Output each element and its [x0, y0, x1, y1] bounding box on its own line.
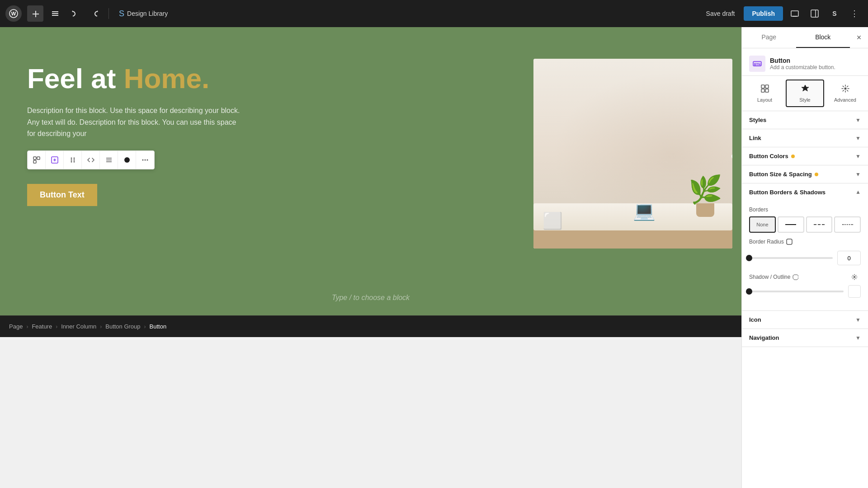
section-button-borders-header[interactable]: Button Borders & Shadows ▼: [742, 183, 868, 201]
breadcrumb-button[interactable]: Button: [150, 323, 167, 330]
sidebar: Page Block × BTN Button Add a customizab…: [741, 27, 868, 488]
style-tab-advanced[interactable]: Advanced: [826, 80, 864, 107]
storybook-button[interactable]: S: [826, 5, 843, 22]
section-icon-header[interactable]: Icon ▼: [742, 311, 868, 328]
svg-point-19: [124, 157, 130, 163]
wp-logo-icon[interactable]: W: [5, 5, 22, 22]
section-button-colors: Button Colors ▼: [742, 147, 868, 165]
sidebar-close-button[interactable]: ×: [850, 28, 868, 47]
border-radius-value[interactable]: 0: [837, 251, 861, 265]
room-image-inner: 💻 ⬜ 🌿: [533, 59, 732, 249]
section-navigation-chevron: ▼: [855, 335, 861, 341]
section-styles-chevron: ▼: [855, 117, 861, 123]
breadcrumb-page[interactable]: Page: [9, 323, 23, 330]
border-radius-label: Border Radius: [749, 238, 861, 245]
border-radius-slider-thumb[interactable]: [746, 255, 752, 261]
style-tab-style[interactable]: Style: [786, 80, 824, 107]
selection-handle[interactable]: [731, 154, 732, 159]
design-library-button[interactable]: S Design Library: [114, 6, 172, 21]
section-button-colors-title: Button Colors: [749, 153, 795, 160]
view-button[interactable]: [787, 5, 803, 22]
more-options-button[interactable]: ⋮: [846, 5, 863, 22]
undo-button[interactable]: [67, 5, 83, 22]
shadow-settings-button[interactable]: [848, 271, 861, 283]
heading-text-normal: Feel at: [27, 63, 124, 94]
block-tool-align[interactable]: [100, 151, 118, 169]
section-link-header[interactable]: Link ▼: [742, 129, 868, 147]
shadow-slider-track: [749, 291, 844, 292]
svg-point-12: [71, 159, 72, 160]
layout-icon: [760, 84, 769, 95]
style-tabs: Layout Style Advanced: [742, 76, 868, 111]
main-toolbar: W S Design Library Save draft Publish: [0, 0, 868, 27]
block-tool-more[interactable]: [136, 151, 154, 169]
border-option-dotted[interactable]: [834, 216, 861, 233]
section-styles-header[interactable]: Styles ▼: [742, 111, 868, 129]
button-text-element[interactable]: Button Text: [27, 184, 97, 206]
section-navigation-title: Navigation: [749, 334, 779, 341]
section-navigation-header[interactable]: Navigation ▼: [742, 329, 868, 347]
breadcrumb-inner-column[interactable]: Inner Column: [61, 323, 96, 330]
border-option-solid[interactable]: [778, 216, 804, 233]
border-option-none[interactable]: None: [749, 216, 776, 233]
breadcrumb-feature[interactable]: Feature: [32, 323, 52, 330]
border-line-dotted: [842, 224, 853, 225]
section-button-size-header[interactable]: Button Size & Spacing ▼: [742, 165, 868, 183]
main-layout: Feel at Home. Description for this block…: [0, 27, 868, 488]
border-radius-slider[interactable]: [749, 257, 833, 259]
button-size-dot: [815, 173, 818, 176]
publish-button[interactable]: Publish: [744, 6, 783, 21]
svg-point-22: [147, 159, 148, 160]
svg-rect-25: [761, 85, 764, 88]
block-name: Button: [770, 57, 835, 64]
block-tool-parent[interactable]: [46, 151, 64, 169]
panel-button[interactable]: [807, 5, 823, 22]
shadow-icon: [792, 274, 798, 280]
section-icon-title: Icon: [749, 316, 761, 323]
canvas-area[interactable]: Feel at Home. Description for this block…: [0, 27, 741, 488]
style-icon: [801, 84, 810, 95]
block-tool-code[interactable]: [82, 151, 100, 169]
section-button-colors-header[interactable]: Button Colors ▼: [742, 147, 868, 165]
svg-point-21: [145, 159, 146, 160]
design-library-label: Design Library: [127, 10, 168, 17]
svg-point-13: [73, 159, 75, 160]
heading-text-highlight: Home.: [124, 63, 209, 94]
style-tab-layout[interactable]: Layout: [745, 80, 784, 107]
heading: Feel at Home.: [27, 63, 497, 94]
breadcrumb-bar: Page › Feature › Inner Column › Button G…: [0, 315, 741, 337]
plant-pot: [696, 203, 714, 217]
section-button-size: Button Size & Spacing ▼: [742, 165, 868, 183]
shadow-slider[interactable]: [749, 291, 844, 292]
block-tool-style[interactable]: [118, 151, 136, 169]
plant-leaves: 🌿: [689, 176, 722, 203]
breadcrumb-button-group[interactable]: Button Group: [105, 323, 140, 330]
svg-rect-27: [761, 89, 764, 92]
tab-page[interactable]: Page: [742, 27, 796, 48]
canvas-right-column: 💻 ⬜ 🌿: [524, 27, 741, 280]
section-navigation: Navigation ▼: [742, 329, 868, 347]
shadow-color-swatch[interactable]: [848, 285, 861, 298]
svg-rect-4: [811, 10, 818, 17]
block-tool-drag[interactable]: [64, 151, 82, 169]
svg-point-20: [142, 159, 144, 160]
redo-button[interactable]: [87, 5, 103, 22]
section-button-borders-content: Borders None: [742, 201, 868, 310]
tools-button[interactable]: [47, 5, 63, 22]
svg-rect-6: [33, 157, 36, 160]
shadow-slider-thumb[interactable]: [746, 288, 752, 295]
section-link-chevron: ▼: [855, 135, 861, 141]
block-tool-transform[interactable]: [28, 151, 46, 169]
laptop-icon: 💻: [633, 200, 656, 221]
breadcrumb-sep-1: ›: [26, 324, 28, 330]
save-draft-button[interactable]: Save draft: [701, 7, 741, 20]
block-info: BTN Button Add a customizable button.: [742, 48, 868, 76]
border-option-dashed[interactable]: [806, 216, 833, 233]
canvas-inner: Feel at Home. Description for this block…: [0, 27, 741, 280]
tab-block[interactable]: Block: [796, 27, 850, 48]
section-styles: Styles ▼: [742, 111, 868, 129]
block-type-icon: BTN: [749, 56, 765, 72]
add-block-button[interactable]: [27, 5, 43, 22]
plant-icon: 🌿: [687, 176, 723, 249]
type-block-area[interactable]: Type / to choose a block: [0, 280, 741, 315]
